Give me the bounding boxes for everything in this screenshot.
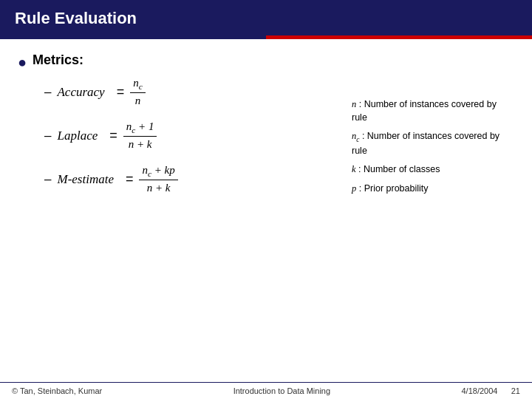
laplace-numerator: nc + 1	[123, 120, 157, 137]
laplace-name: Laplace	[57, 129, 98, 143]
title-bar: Rule Evaluation	[0, 0, 532, 35]
annotation-k: k : Number of classes	[352, 163, 514, 177]
metrics-label: Metrics:	[33, 52, 83, 68]
accuracy-equals: =	[117, 84, 125, 100]
footer-page: 21	[511, 386, 520, 395]
annotation-nc-key: nc	[352, 131, 359, 141]
mestimate-dash: –	[44, 172, 51, 187]
laplace-equals: =	[109, 128, 117, 143]
footer-date: 4/18/2004	[461, 386, 497, 395]
annotation-n-desc: : Number of instances covered by rule	[352, 99, 497, 123]
mestimate-name: M-estimate	[57, 172, 113, 187]
footer: © Tan, Steinbach, Kumar Introduction to …	[0, 382, 532, 399]
annotation-p: p : Prior probability	[352, 183, 514, 196]
slide-title: Rule Evaluation	[15, 9, 517, 28]
annotation-nc-desc: : Number of instances covered by rule	[352, 131, 499, 156]
footer-date-page: 4/18/2004 21	[461, 386, 520, 395]
mestimate-fraction: nc + kp n + k	[139, 164, 177, 194]
annotation-n: n : Number of instances covered by rule	[352, 98, 514, 124]
accuracy-dash: –	[44, 85, 51, 100]
laplace-denominator: n + k	[126, 137, 155, 151]
accuracy-name: Accuracy	[57, 85, 104, 100]
slide: Rule Evaluation ● Metrics: – Accuracy = …	[0, 0, 532, 399]
laplace-fraction: nc + 1 n + k	[123, 120, 157, 151]
mestimate-equals: =	[126, 171, 134, 187]
footer-title: Introduction to Data Mining	[233, 386, 330, 395]
accuracy-denominator: n	[132, 93, 144, 107]
annotation-k-desc: : Number of classes	[356, 164, 440, 174]
accuracy-fraction: nc n	[130, 77, 146, 107]
main-content: ● Metrics: – Accuracy = nc n – Laplace =	[0, 39, 532, 209]
mestimate-denominator: n + k	[144, 180, 174, 194]
metrics-bullet-row: ● Metrics:	[18, 52, 514, 71]
annotations-panel: n : Number of instances covered by rule …	[352, 98, 514, 201]
accuracy-numerator: nc	[130, 77, 146, 93]
annotation-nc: nc : Number of instances covered by rule	[352, 130, 514, 157]
laplace-dash: –	[44, 129, 51, 143]
mestimate-numerator: nc + kp	[139, 164, 177, 180]
annotation-p-desc: : Prior probability	[356, 183, 428, 194]
footer-copyright: © Tan, Steinbach, Kumar	[12, 386, 102, 395]
bullet-icon: ●	[18, 54, 27, 71]
